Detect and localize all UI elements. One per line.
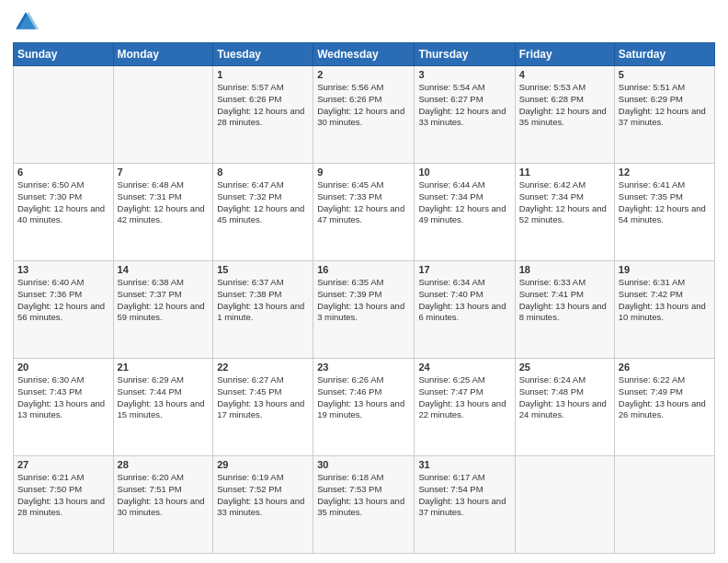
- day-info: Sunrise: 6:44 AM Sunset: 7:34 PM Dayligh…: [418, 179, 510, 226]
- day-info: Sunrise: 6:17 AM Sunset: 7:54 PM Dayligh…: [418, 472, 510, 519]
- day-info: Sunrise: 6:37 AM Sunset: 7:38 PM Dayligh…: [217, 277, 309, 324]
- day-number: 24: [418, 362, 510, 373]
- calendar-cell: 11Sunrise: 6:42 AM Sunset: 7:34 PM Dayli…: [515, 164, 614, 261]
- day-info: Sunrise: 6:41 AM Sunset: 7:35 PM Dayligh…: [619, 179, 711, 226]
- day-number: 8: [217, 167, 309, 178]
- page: SundayMondayTuesdayWednesdayThursdayFrid…: [0, 0, 728, 563]
- day-number: 5: [619, 69, 711, 80]
- calendar-cell: 21Sunrise: 6:29 AM Sunset: 7:44 PM Dayli…: [113, 359, 213, 456]
- calendar-cell: 31Sunrise: 6:17 AM Sunset: 7:54 PM Dayli…: [415, 456, 515, 554]
- calendar-body: 1Sunrise: 5:57 AM Sunset: 6:26 PM Daylig…: [14, 66, 715, 554]
- day-info: Sunrise: 6:18 AM Sunset: 7:53 PM Dayligh…: [317, 472, 410, 519]
- calendar-cell: 30Sunrise: 6:18 AM Sunset: 7:53 PM Dayli…: [313, 456, 415, 554]
- day-number: 27: [17, 459, 109, 470]
- calendar-cell: [113, 66, 213, 164]
- day-number: 20: [17, 362, 109, 373]
- day-number: 23: [317, 362, 410, 373]
- day-number: 1: [217, 69, 309, 80]
- calendar-cell: 17Sunrise: 6:34 AM Sunset: 7:40 PM Dayli…: [415, 261, 515, 359]
- calendar-cell: 13Sunrise: 6:40 AM Sunset: 7:36 PM Dayli…: [14, 261, 114, 359]
- day-info: Sunrise: 6:38 AM Sunset: 7:37 PM Dayligh…: [118, 277, 210, 324]
- calendar-cell: 16Sunrise: 6:35 AM Sunset: 7:39 PM Dayli…: [313, 261, 415, 359]
- day-number: 29: [217, 459, 309, 470]
- day-info: Sunrise: 6:19 AM Sunset: 7:52 PM Dayligh…: [217, 472, 309, 519]
- weekday-header-tuesday: Tuesday: [213, 43, 313, 66]
- calendar-cell: [14, 66, 114, 164]
- calendar-cell: 2Sunrise: 5:56 AM Sunset: 6:26 PM Daylig…: [313, 66, 415, 164]
- weekday-header-saturday: Saturday: [614, 43, 714, 66]
- day-info: Sunrise: 5:51 AM Sunset: 6:29 PM Dayligh…: [619, 82, 711, 129]
- logo-icon: [13, 9, 39, 35]
- day-info: Sunrise: 6:42 AM Sunset: 7:34 PM Dayligh…: [519, 179, 610, 226]
- day-info: Sunrise: 6:45 AM Sunset: 7:33 PM Dayligh…: [317, 179, 410, 226]
- day-number: 17: [418, 264, 510, 275]
- calendar-cell: 1Sunrise: 5:57 AM Sunset: 6:26 PM Daylig…: [213, 66, 313, 164]
- day-info: Sunrise: 6:50 AM Sunset: 7:30 PM Dayligh…: [17, 179, 109, 226]
- day-info: Sunrise: 6:40 AM Sunset: 7:36 PM Dayligh…: [17, 277, 109, 324]
- calendar-cell: 12Sunrise: 6:41 AM Sunset: 7:35 PM Dayli…: [614, 164, 714, 261]
- calendar-cell: 3Sunrise: 5:54 AM Sunset: 6:27 PM Daylig…: [415, 66, 515, 164]
- day-info: Sunrise: 6:26 AM Sunset: 7:46 PM Dayligh…: [317, 374, 410, 421]
- day-info: Sunrise: 6:21 AM Sunset: 7:50 PM Dayligh…: [17, 472, 109, 519]
- calendar-cell: 5Sunrise: 5:51 AM Sunset: 6:29 PM Daylig…: [614, 66, 714, 164]
- calendar-cell: 20Sunrise: 6:30 AM Sunset: 7:43 PM Dayli…: [14, 359, 114, 456]
- calendar-week-1: 1Sunrise: 5:57 AM Sunset: 6:26 PM Daylig…: [14, 66, 715, 164]
- weekday-header-monday: Monday: [113, 43, 213, 66]
- day-info: Sunrise: 6:35 AM Sunset: 7:39 PM Dayligh…: [317, 277, 410, 324]
- day-number: 26: [619, 362, 711, 373]
- calendar-cell: 28Sunrise: 6:20 AM Sunset: 7:51 PM Dayli…: [113, 456, 213, 554]
- day-number: 12: [619, 167, 711, 178]
- day-info: Sunrise: 6:31 AM Sunset: 7:42 PM Dayligh…: [619, 277, 711, 324]
- calendar-header: SundayMondayTuesdayWednesdayThursdayFrid…: [14, 43, 715, 66]
- calendar-cell: 9Sunrise: 6:45 AM Sunset: 7:33 PM Daylig…: [313, 164, 415, 261]
- calendar-cell: [614, 456, 714, 554]
- day-info: Sunrise: 6:27 AM Sunset: 7:45 PM Dayligh…: [217, 374, 309, 421]
- day-number: 30: [317, 459, 410, 470]
- day-info: Sunrise: 6:33 AM Sunset: 7:41 PM Dayligh…: [519, 277, 610, 324]
- day-number: 10: [418, 167, 510, 178]
- calendar-cell: 6Sunrise: 6:50 AM Sunset: 7:30 PM Daylig…: [14, 164, 114, 261]
- day-number: 4: [519, 69, 610, 80]
- calendar-cell: 27Sunrise: 6:21 AM Sunset: 7:50 PM Dayli…: [14, 456, 114, 554]
- calendar-cell: 24Sunrise: 6:25 AM Sunset: 7:47 PM Dayli…: [415, 359, 515, 456]
- calendar-week-4: 20Sunrise: 6:30 AM Sunset: 7:43 PM Dayli…: [14, 359, 715, 456]
- day-number: 15: [217, 264, 309, 275]
- day-number: 16: [317, 264, 410, 275]
- calendar-cell: 26Sunrise: 6:22 AM Sunset: 7:49 PM Dayli…: [614, 359, 714, 456]
- calendar-cell: 7Sunrise: 6:48 AM Sunset: 7:31 PM Daylig…: [113, 164, 213, 261]
- day-info: Sunrise: 5:57 AM Sunset: 6:26 PM Dayligh…: [217, 82, 309, 129]
- day-info: Sunrise: 5:53 AM Sunset: 6:28 PM Dayligh…: [519, 82, 610, 129]
- day-number: 18: [519, 264, 610, 275]
- weekday-header-row: SundayMondayTuesdayWednesdayThursdayFrid…: [14, 43, 715, 66]
- weekday-header-sunday: Sunday: [14, 43, 114, 66]
- calendar-week-3: 13Sunrise: 6:40 AM Sunset: 7:36 PM Dayli…: [14, 261, 715, 359]
- weekday-header-thursday: Thursday: [415, 43, 515, 66]
- day-number: 25: [519, 362, 610, 373]
- day-info: Sunrise: 6:22 AM Sunset: 7:49 PM Dayligh…: [619, 374, 711, 421]
- calendar-table: SundayMondayTuesdayWednesdayThursdayFrid…: [13, 42, 715, 554]
- day-number: 3: [418, 69, 510, 80]
- day-number: 13: [17, 264, 109, 275]
- calendar-cell: 8Sunrise: 6:47 AM Sunset: 7:32 PM Daylig…: [213, 164, 313, 261]
- calendar-week-2: 6Sunrise: 6:50 AM Sunset: 7:30 PM Daylig…: [14, 164, 715, 261]
- day-info: Sunrise: 6:47 AM Sunset: 7:32 PM Dayligh…: [217, 179, 309, 226]
- day-number: 22: [217, 362, 309, 373]
- calendar-cell: 19Sunrise: 6:31 AM Sunset: 7:42 PM Dayli…: [614, 261, 714, 359]
- calendar-cell: 29Sunrise: 6:19 AM Sunset: 7:52 PM Dayli…: [213, 456, 313, 554]
- day-number: 14: [118, 264, 210, 275]
- calendar-cell: [515, 456, 614, 554]
- day-info: Sunrise: 5:56 AM Sunset: 6:26 PM Dayligh…: [317, 82, 410, 129]
- calendar-cell: 4Sunrise: 5:53 AM Sunset: 6:28 PM Daylig…: [515, 66, 614, 164]
- calendar-cell: 25Sunrise: 6:24 AM Sunset: 7:48 PM Dayli…: [515, 359, 614, 456]
- weekday-header-wednesday: Wednesday: [313, 43, 415, 66]
- calendar-week-5: 27Sunrise: 6:21 AM Sunset: 7:50 PM Dayli…: [14, 456, 715, 554]
- day-info: Sunrise: 6:24 AM Sunset: 7:48 PM Dayligh…: [519, 374, 610, 421]
- day-number: 2: [317, 69, 410, 80]
- calendar-cell: 15Sunrise: 6:37 AM Sunset: 7:38 PM Dayli…: [213, 261, 313, 359]
- day-info: Sunrise: 6:29 AM Sunset: 7:44 PM Dayligh…: [118, 374, 210, 421]
- day-info: Sunrise: 5:54 AM Sunset: 6:27 PM Dayligh…: [418, 82, 510, 129]
- calendar-cell: 14Sunrise: 6:38 AM Sunset: 7:37 PM Dayli…: [113, 261, 213, 359]
- day-info: Sunrise: 6:30 AM Sunset: 7:43 PM Dayligh…: [17, 374, 109, 421]
- day-number: 9: [317, 167, 410, 178]
- day-number: 11: [519, 167, 610, 178]
